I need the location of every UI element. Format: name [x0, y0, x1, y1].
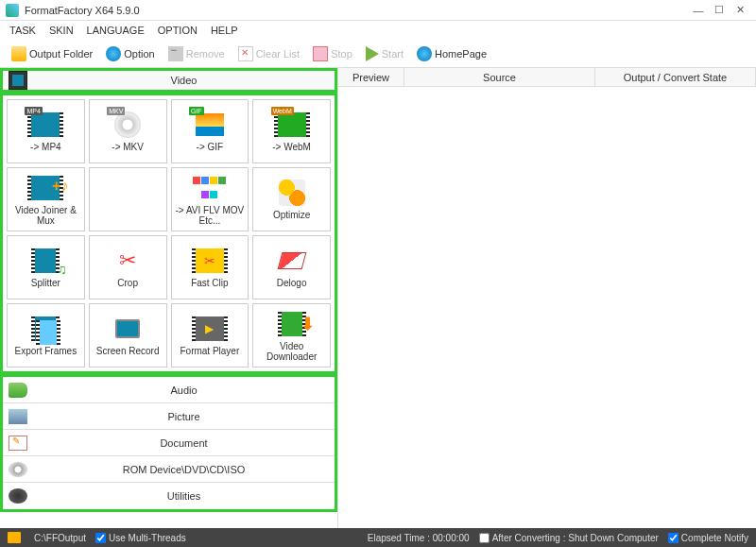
clear-list-button[interactable]: Clear List	[234, 44, 303, 63]
start-button[interactable]: Start	[362, 44, 407, 63]
tool-downloader[interactable]: ⬇ Video Downloader	[252, 303, 331, 368]
tool-mp4-label: -> MP4	[30, 142, 61, 152]
option-button[interactable]: Option	[102, 44, 158, 63]
home-icon	[417, 46, 432, 61]
multi-threads-checkbox[interactable]: Use Multi-Threads	[95, 533, 186, 543]
eraser-icon	[277, 252, 306, 269]
minimize-button[interactable]: —	[688, 5, 709, 16]
tool-mp4[interactable]: MP4 -> MP4	[7, 99, 85, 163]
tool-splitter[interactable]: ♫ Splitter	[7, 235, 85, 299]
tool-crop-label: Crop	[117, 278, 138, 288]
tool-optimize[interactable]: Optimize	[252, 167, 331, 231]
menu-skin[interactable]: SKIN	[49, 25, 74, 36]
maximize-button[interactable]: ☐	[709, 4, 730, 16]
shutdown-label: After Converting : Shut Down Computer	[492, 533, 659, 543]
stop-icon	[313, 46, 328, 61]
toolbar: Output Folder Option Remove Clear List S…	[0, 40, 756, 68]
menu-help[interactable]: HELP	[211, 25, 238, 36]
tool-gif[interactable]: GIF -> GIF	[171, 99, 249, 163]
video-tools-grid: MP4 -> MP4 MKV -> MKV GIF -> GIF WebM ->…	[0, 93, 337, 374]
tool-downloader-label: Video Downloader	[255, 341, 328, 362]
homepage-button[interactable]: HomePage	[413, 44, 490, 63]
start-label: Start	[382, 48, 404, 60]
document-icon	[9, 436, 27, 451]
category-video-label: Video	[33, 75, 335, 86]
multi-threads-input[interactable]	[95, 533, 106, 543]
menu-task[interactable]: TASK	[9, 25, 36, 36]
tool-joiner[interactable]: +♪ Video Joiner & Mux	[7, 167, 85, 231]
category-utilities[interactable]: Utilities	[3, 483, 335, 509]
tool-format-player[interactable]: ▶ Format Player	[171, 303, 249, 368]
notify-label: Complete Notify	[681, 533, 748, 543]
homepage-label: HomePage	[435, 48, 487, 60]
tool-empty	[89, 167, 167, 231]
remove-label: Remove	[186, 48, 225, 60]
category-video-header[interactable]: Video	[0, 68, 337, 93]
clear-list-label: Clear List	[256, 48, 300, 60]
output-folder-button[interactable]: Output Folder	[8, 44, 96, 63]
category-picture-label: Picture	[33, 411, 335, 422]
audio-icon	[9, 383, 27, 398]
tool-optimize-label: Optimize	[273, 210, 310, 220]
tool-avi-flv[interactable]: -> AVI FLV MOV Etc...	[171, 167, 249, 231]
monitor-icon	[115, 319, 140, 338]
output-path[interactable]: C:\FFOutput	[34, 533, 86, 543]
category-document[interactable]: Document	[3, 430, 335, 456]
tool-export-frames[interactable]: Export Frames	[7, 303, 85, 368]
menu-option[interactable]: OPTION	[158, 25, 198, 36]
task-list-body[interactable]	[338, 87, 756, 528]
video-icon	[9, 71, 27, 90]
tool-mkv[interactable]: MKV -> MKV	[89, 99, 167, 163]
clear-icon	[238, 46, 253, 61]
tool-fast-clip[interactable]: ✂ Fast Clip	[171, 235, 249, 299]
scissors-icon: ✂	[119, 248, 136, 273]
category-audio-label: Audio	[33, 385, 335, 396]
tool-delogo[interactable]: Delogo	[252, 235, 331, 299]
play-icon: ▶	[205, 322, 214, 335]
option-icon	[106, 46, 121, 61]
scissors-icon: ✂	[204, 253, 215, 268]
col-output[interactable]: Output / Convert State	[595, 68, 756, 86]
plus-icon: +♪	[52, 178, 68, 195]
folder-icon	[11, 46, 26, 61]
utilities-icon	[9, 488, 27, 504]
category-rom[interactable]: ROM Device\DVD\CD\ISO	[3, 456, 335, 483]
elapsed-time: Elapsed Time : 00:00:00	[368, 533, 470, 543]
category-document-label: Document	[33, 437, 335, 449]
tool-fastclip-label: Fast Clip	[191, 278, 228, 288]
remove-icon	[168, 46, 183, 61]
menu-language[interactable]: LANGUAGE	[87, 25, 145, 36]
category-picture[interactable]: Picture	[3, 403, 335, 430]
output-folder-label: Output Folder	[29, 48, 93, 60]
col-preview[interactable]: Preview	[338, 68, 404, 86]
category-list: Audio Picture Document ROM Device\DVD\CD…	[0, 374, 337, 512]
app-icon	[6, 4, 19, 17]
left-pane: Video MP4 -> MP4 MKV -> MKV GIF -> GIF W…	[0, 68, 338, 528]
picture-icon	[9, 409, 27, 424]
shutdown-input[interactable]	[479, 533, 490, 543]
tool-delogo-label: Delogo	[277, 278, 307, 288]
tool-avi-label: -> AVI FLV MOV Etc...	[174, 205, 247, 226]
task-list-header: Preview Source Output / Convert State	[338, 68, 756, 87]
notify-checkbox[interactable]: Complete Notify	[668, 533, 748, 543]
tool-player-label: Format Player	[180, 346, 239, 356]
category-audio[interactable]: Audio	[3, 377, 335, 403]
shutdown-checkbox[interactable]: After Converting : Shut Down Computer	[479, 533, 659, 543]
close-button[interactable]: ✕	[730, 4, 750, 16]
tool-gif-label: -> GIF	[197, 142, 224, 152]
tool-webm[interactable]: WebM -> WebM	[252, 99, 331, 163]
stop-button[interactable]: Stop	[309, 44, 356, 63]
tool-screen-record[interactable]: Screen Record	[89, 303, 167, 368]
disc-icon	[9, 462, 27, 477]
download-icon: ⬇	[301, 314, 315, 334]
col-source[interactable]: Source	[404, 68, 595, 86]
folder-icon	[8, 532, 21, 543]
option-label: Option	[124, 48, 154, 60]
tool-webm-label: -> WebM	[272, 142, 311, 152]
notify-input[interactable]	[668, 533, 679, 543]
status-bar: C:\FFOutput Use Multi-Threads Elapsed Ti…	[0, 528, 756, 547]
remove-button[interactable]: Remove	[164, 44, 229, 63]
tool-joiner-label: Video Joiner & Mux	[9, 205, 82, 226]
multi-threads-label: Use Multi-Threads	[109, 533, 186, 543]
tool-crop[interactable]: ✂ Crop	[89, 235, 167, 299]
